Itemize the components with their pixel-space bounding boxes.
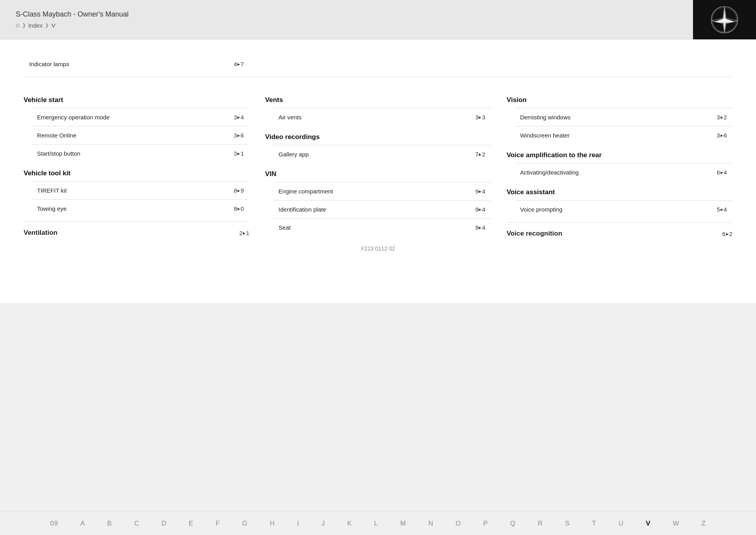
alpha-B[interactable]: B (96, 520, 123, 528)
indicator-lamps-item[interactable]: Indicator lamps 4▸7 (24, 55, 249, 73)
breadcrumb: ⌂ ❯ Index ❯ V (16, 22, 129, 29)
emergency-operation-item[interactable]: Emergency operation mode 3▸4 (32, 108, 249, 126)
voice-recognition-header[interactable]: Voice recognition 6▸2 (507, 222, 732, 241)
alpha-09[interactable]: 09 (39, 520, 69, 528)
home-icon[interactable]: ⌂ (16, 22, 20, 29)
identification-plate-page: 9▸4 (475, 206, 485, 213)
breadcrumb-v: V (51, 22, 55, 29)
voice-prompting-item[interactable]: Voice prompting 5▸4 (515, 200, 732, 218)
alpha-C[interactable]: C (123, 520, 150, 528)
page-title: S-Class Maybach - Owner's Manual (16, 10, 129, 19)
vents-header: Vents (265, 89, 491, 108)
mercedes-logo (693, 0, 756, 39)
demisting-windows-page: 3▸2 (717, 114, 727, 121)
alpha-J[interactable]: J (310, 520, 336, 528)
alpha-H[interactable]: H (259, 520, 286, 528)
identification-plate-label: Identification plate (278, 206, 326, 213)
alpha-Z[interactable]: Z (691, 520, 717, 528)
air-vents-page: 3▸3 (475, 114, 485, 121)
alphabet-bar: 09 A B C D E F G H I J K L M N O P Q R S… (0, 511, 756, 535)
alpha-S[interactable]: S (554, 520, 581, 528)
towing-eye-item[interactable]: Towing eye 8▸0 (32, 199, 249, 217)
windscreen-heater-page: 3▸6 (717, 132, 727, 139)
gallery-app-page: 7▸2 (475, 151, 485, 158)
alpha-E[interactable]: E (178, 520, 204, 528)
start-stop-page: 3▸1 (234, 150, 244, 157)
mercedes-star-icon (711, 6, 738, 33)
vehicle-start-header: Vehicle start (24, 89, 249, 108)
towing-eye-page: 8▸0 (234, 205, 244, 212)
activating-deactivating-page: 6▸4 (717, 169, 727, 176)
seat-label: Seat (278, 224, 291, 231)
tirefit-item[interactable]: TIREFIT kit 8▸9 (32, 181, 249, 199)
air-vents-item[interactable]: Air vents 3▸3 (273, 108, 491, 126)
windscreen-heater-label: Windscreen heater (520, 132, 570, 139)
alpha-W[interactable]: W (662, 520, 690, 528)
indicator-lamps-label: Indicator lamps (29, 61, 69, 67)
alpha-R[interactable]: R (527, 520, 554, 528)
alpha-M[interactable]: M (389, 520, 417, 528)
ventilation-label: Ventilation (24, 229, 57, 237)
video-recordings-header: Video recordings (265, 126, 491, 145)
tirefit-page: 8▸9 (234, 187, 244, 194)
alpha-O[interactable]: O (445, 520, 472, 528)
start-stop-item[interactable]: Start/stop button 3▸1 (32, 144, 249, 162)
voice-recognition-label: Voice recognition (507, 230, 562, 238)
activating-deactivating-item[interactable]: Activating/deactivating 6▸4 (515, 163, 732, 181)
alpha-D[interactable]: D (150, 520, 178, 528)
voice-prompting-page: 5▸4 (717, 206, 727, 213)
voice-prompting-label: Voice prompting (520, 206, 563, 213)
tirefit-label: TIREFIT kit (37, 187, 67, 194)
demisting-windows-item[interactable]: Demisting windows 3▸2 (515, 108, 732, 126)
alpha-K[interactable]: K (336, 520, 363, 528)
indicator-lamps-page: 4▸7 (234, 61, 244, 67)
vehicle-toolkit-header: Vehicle tool kit (24, 162, 249, 181)
air-vents-label: Air vents (278, 114, 301, 121)
alpha-T[interactable]: T (581, 520, 607, 528)
windscreen-heater-item[interactable]: Windscreen heater 3▸6 (515, 126, 732, 144)
main-content: Indicator lamps 4▸7 Vehicle start Emerge… (0, 39, 756, 303)
demisting-windows-label: Demisting windows (520, 114, 571, 121)
voice-assistant-header: Voice assistant (507, 181, 732, 200)
alpha-U[interactable]: U (608, 520, 635, 528)
column-1: Vehicle start Emergency operation mode 3… (24, 89, 249, 241)
voice-amplification-header: Voice amplification to the rear (507, 144, 732, 163)
towing-eye-label: Towing eye (37, 205, 67, 212)
remote-online-page: 3▸6 (234, 132, 244, 139)
vision-header: Vision (507, 89, 732, 108)
page-header: S-Class Maybach - Owner's Manual ⌂ ❯ Ind… (0, 0, 756, 39)
voice-recognition-page: 6▸2 (722, 230, 732, 237)
remote-online-item[interactable]: Remote Online 3▸6 (32, 126, 249, 144)
alpha-A[interactable]: A (69, 520, 96, 528)
emergency-operation-page: 3▸4 (234, 114, 244, 121)
gallery-app-label: Gallery app (278, 151, 309, 158)
alpha-Q[interactable]: Q (499, 520, 527, 528)
alpha-V[interactable]: V (635, 520, 662, 528)
activating-deactivating-label: Activating/deactivating (520, 169, 579, 176)
index-columns: Vehicle start Emergency operation mode 3… (24, 81, 732, 241)
alpha-L[interactable]: L (363, 520, 389, 528)
alpha-P[interactable]: P (472, 520, 499, 528)
top-row: Indicator lamps 4▸7 (24, 55, 732, 77)
breadcrumb-sep-2: ❯ (45, 22, 49, 28)
ventilation-page: 2▸1 (239, 230, 250, 236)
alpha-N[interactable]: N (417, 520, 445, 528)
engine-compartment-page: 9▸4 (475, 188, 485, 195)
column-3: Vision Demisting windows 3▸2 Windscreen … (507, 89, 732, 241)
alpha-I[interactable]: I (286, 520, 311, 528)
ventilation-header[interactable]: Ventilation 2▸1 (24, 221, 249, 241)
svg-point-3 (723, 18, 726, 21)
emergency-operation-label: Emergency operation mode (37, 114, 109, 121)
vin-header: VIN (265, 163, 491, 182)
seat-item[interactable]: Seat 9▸4 (273, 218, 491, 236)
engine-compartment-item[interactable]: Engine compartment 9▸4 (273, 182, 491, 200)
breadcrumb-sep-1: ❯ (22, 22, 26, 28)
remote-online-label: Remote Online (37, 132, 76, 139)
identification-plate-item[interactable]: Identification plate 9▸4 (273, 200, 491, 218)
seat-page: 9▸4 (475, 224, 485, 231)
column-2: Vents Air vents 3▸3 Video recordings Gal… (265, 89, 491, 241)
breadcrumb-index[interactable]: Index (28, 22, 43, 29)
alpha-F[interactable]: F (205, 520, 231, 528)
alpha-G[interactable]: G (231, 520, 259, 528)
gallery-app-item[interactable]: Gallery app 7▸2 (273, 145, 491, 163)
